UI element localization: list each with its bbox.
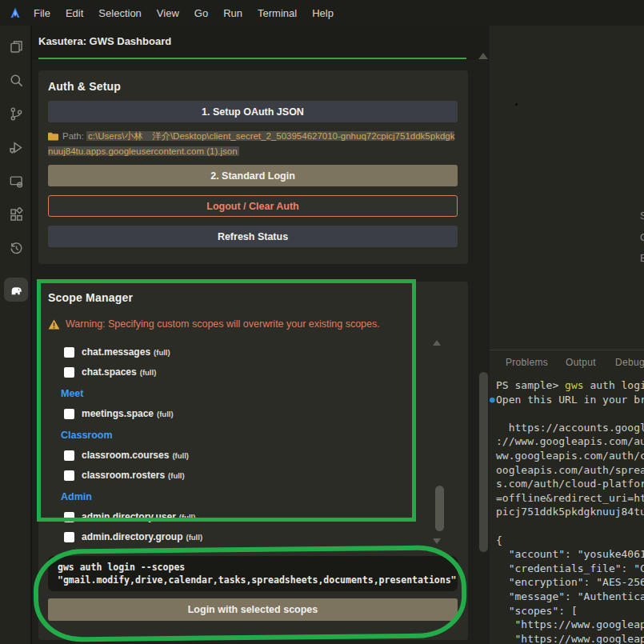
scope-suffix: (full) [140,368,157,377]
remote-explorer-icon[interactable] [0,164,32,198]
source-control-icon[interactable] [0,97,32,130]
scope-suffix: (full) [157,410,174,418]
scope-list-item: Admin [61,491,458,502]
history-icon[interactable] [0,231,32,265]
active-tab-underline [38,58,466,59]
active-icon-chip [4,278,28,302]
auth-setup-heading: Auth & Setup [48,80,458,93]
menu-item[interactable]: Help [312,7,334,19]
scope-checkbox[interactable] [64,470,74,481]
path-label: Path: [62,131,84,141]
scope-group-header: Meet [61,388,83,399]
gws-extension-mascot-icon[interactable] [0,273,32,306]
scope-label: admin.directory.user [82,511,176,522]
scope-label: classroom.courses [82,450,169,461]
scope-list-item: classroom.courses (full) [64,450,458,461]
scope-list: chat.messages (full) chat.spaces (full) … [48,338,458,549]
standard-login-button[interactable]: 2. Standard Login [48,165,458,186]
menu-bar: FileEditSelectionViewGoRunTerminalHelp [34,7,334,19]
editor-scrollbar-up-arrow[interactable] [478,53,488,59]
scope-label: admin.directory.group [82,531,182,542]
scope-checkbox[interactable] [64,532,74,542]
menu-item[interactable]: View [157,7,179,19]
auth-setup-card: Auth & Setup 1. Setup OAuth JSON Path: c… [38,70,468,264]
editor-dot-artifact [515,103,518,106]
menu-item[interactable]: Edit [66,7,83,19]
scope-group-header: Admin [61,491,92,502]
scope-checkbox[interactable] [64,409,74,419]
scope-checkbox[interactable] [64,367,74,378]
scope-list-item: classroom.rosters (full) [64,470,458,481]
scope-suffix: (full) [154,348,170,357]
scope-list-item: chat.messages (full) [64,346,458,358]
scope-label: chat.spaces [82,366,137,378]
scope-list-item: chat.spaces (full) [64,366,458,378]
folder-icon [48,131,58,145]
scope-suffix: (full) [179,513,196,522]
scope-list-item: Classroom [61,430,458,441]
right-panel: S O E Problems Output Debug PS sample> g… [490,26,644,644]
panel-divider [490,350,644,350]
menu-item[interactable]: Terminal [258,7,297,19]
scope-manager-heading: Scope Manager [48,291,458,304]
warning-text: Warning: Specifying custom scopes will o… [66,318,380,330]
webview-editor: Kasutera: GWS Dashboard Auth & Setup 1. … [32,26,488,644]
scope-scrollbar-down-arrow[interactable] [433,538,441,544]
terminal-bullet-icon: ● [490,393,495,407]
scopes-warning: Warning: Specifying custom scopes will o… [48,318,458,330]
scope-manager-card: Scope Manager Warning: Specifying custom… [38,282,468,640]
scope-list-item: meetings.space (full) [64,408,458,419]
menu-item[interactable]: Go [194,7,208,19]
search-icon[interactable] [0,63,32,97]
tab-strip: Kasutera: GWS Dashboard [32,26,488,60]
gws-command-preview: gws auth login --scopes "gmail.modify,dr… [48,556,458,591]
scope-checkbox[interactable] [64,450,74,461]
command-line-1: gws auth login --scopes [58,561,448,574]
scope-suffix: (full) [186,533,202,542]
activity-bar [0,26,32,644]
title-bar: FileEditSelectionViewGoRunTerminalHelp [0,0,644,26]
extensions-icon[interactable] [0,198,32,231]
scope-list-item: admin.directory.user (full) [64,511,458,522]
command-line-2: "gmail.modify,drive,calendar,tasks,sprea… [58,574,448,586]
run-debug-icon[interactable] [0,130,32,164]
login-selected-scopes-button[interactable]: Login with selected scopes [48,598,458,621]
menu-item[interactable]: Selection [98,7,141,19]
scope-group-header: Classroom [61,430,113,441]
oauth-path-row: Path: c:\Users\小林 洋介\Desktop\client_secr… [48,130,458,158]
terminal-content: PS sample> gws auth login●Open this URL … [490,378,644,644]
vscode-window: FileEditSelectionViewGoRunTerminalHelp [0,0,644,644]
tab-output[interactable]: Output [566,357,596,368]
menu-item[interactable]: Run [223,7,242,19]
scope-suffix: (full) [168,471,185,480]
menu-item[interactable]: File [34,7,50,19]
scope-label: chat.messages [82,346,150,358]
scope-label: classroom.rosters [82,470,165,481]
refresh-status-button[interactable]: Refresh Status [48,226,458,247]
editor-scrollbar-thumb[interactable] [479,372,488,552]
clipped-text-fragment: O [640,231,644,243]
explorer-icon[interactable] [0,30,32,63]
clipped-text-fragment: S [640,210,644,222]
logout-clear-auth-button[interactable]: Logout / Clear Auth [48,195,458,217]
scope-list-item: Meet [61,388,458,399]
tab-debug[interactable]: Debug [615,357,644,368]
app-logo-icon [8,6,22,20]
tab-problems[interactable]: Problems [506,357,548,368]
clipped-text-fragment: E [640,252,644,264]
scope-suffix: (full) [172,451,189,460]
scope-scrollbar-thumb[interactable] [435,486,444,531]
oauth-json-path: c:\Users\小林 洋介\Desktop\client_secret_2_5… [48,131,454,156]
scope-label: meetings.space [82,408,154,419]
scope-checkbox[interactable] [64,347,74,358]
scope-checkbox[interactable] [64,512,74,522]
scope-scrollbar-up-arrow[interactable] [433,340,441,346]
setup-oauth-json-button[interactable]: 1. Setup OAuth JSON [48,101,458,122]
warning-triangle-icon [48,319,60,330]
scope-list-item: admin.directory.group (full) [64,531,458,542]
tab-kasutera-gws-dashboard[interactable]: Kasutera: GWS Dashboard [38,35,171,47]
